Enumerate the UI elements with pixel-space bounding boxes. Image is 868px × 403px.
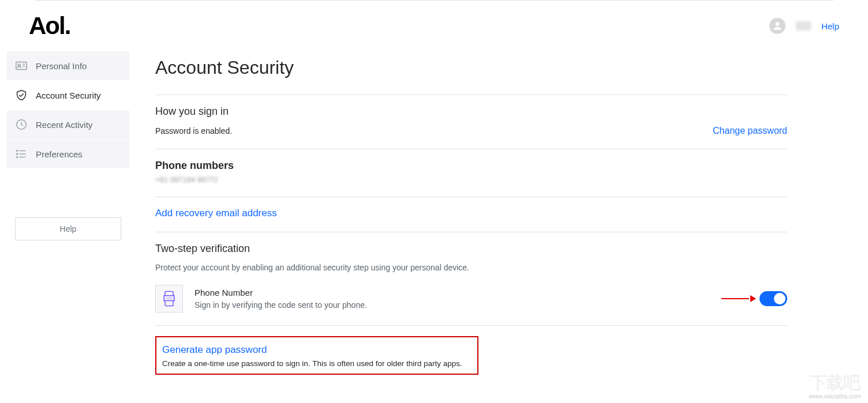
sidebar: Personal Info Account Security Recent Ac… — [7, 51, 129, 387]
sidebar-item-account-security[interactable]: Account Security — [7, 81, 129, 110]
two-step-description: Protect your account by enabling an addi… — [155, 263, 787, 272]
generate-app-password-desc: Create a one-time use password to sign i… — [162, 359, 472, 368]
sidebar-item-preferences[interactable]: Preferences — [7, 140, 129, 168]
two-step-method-info: Phone Number Sign in by verifying the co… — [194, 288, 710, 310]
svg-rect-1 — [16, 62, 27, 70]
sidebar-item-label: Account Security — [36, 91, 101, 100]
section-how-you-sign-in: How you sign in Password is enabled. Cha… — [155, 95, 787, 149]
clock-icon — [15, 118, 28, 131]
shield-icon — [15, 89, 28, 101]
two-step-method-label: Phone Number — [194, 288, 710, 297]
avatar[interactable] — [769, 18, 785, 34]
generate-app-password-link[interactable]: Generate app password — [162, 344, 472, 356]
password-status: Password is enabled. — [155, 126, 232, 135]
section-generate-app-password: Generate app password Create a one-time … — [155, 325, 787, 387]
svg-point-17 — [171, 297, 172, 298]
list-icon — [15, 148, 28, 160]
two-step-toggle[interactable] — [760, 291, 787, 306]
svg-point-16 — [170, 297, 170, 298]
svg-point-0 — [776, 22, 780, 26]
sidebar-item-label: Preferences — [36, 149, 83, 159]
sidebar-item-personal-info[interactable]: Personal Info — [7, 51, 129, 80]
svg-point-11 — [17, 157, 18, 158]
change-password-link[interactable]: Change password — [713, 126, 787, 136]
section-title: Phone numbers — [155, 160, 787, 172]
section-title: Two-step verification — [155, 243, 787, 255]
phone-verification-icon — [155, 285, 183, 312]
add-recovery-email-link[interactable]: Add recovery email address — [155, 208, 277, 219]
sidebar-item-label: Recent Activity — [36, 120, 92, 130]
header-right: Help — [769, 18, 839, 34]
help-link[interactable]: Help — [821, 21, 839, 31]
page-title: Account Security — [155, 57, 787, 78]
section-title: How you sign in — [155, 106, 787, 118]
section-recovery-email: Add recovery email address — [155, 197, 787, 232]
annotation-arrow — [721, 295, 756, 303]
svg-rect-13 — [164, 296, 174, 301]
sidebar-help-button[interactable]: Help — [15, 217, 121, 240]
main-content: Account Security How you sign in Passwor… — [129, 51, 787, 387]
username-blurred — [796, 21, 811, 31]
svg-point-15 — [168, 297, 169, 298]
highlight-annotation-box: Generate app password Create a one-time … — [155, 336, 478, 375]
svg-point-10 — [17, 153, 18, 155]
section-phone-numbers: Phone numbers +91 097184 98772 — [155, 149, 787, 197]
watermark-url: www.xiazaiba.com — [809, 393, 861, 400]
header: Aol. Help — [0, 1, 868, 51]
two-step-method-desc: Sign in by verifying the code sent to yo… — [194, 300, 710, 310]
sidebar-item-label: Personal Info — [36, 61, 87, 71]
svg-point-14 — [167, 297, 167, 298]
sidebar-item-recent-activity[interactable]: Recent Activity — [7, 110, 129, 139]
phone-number-blurred: +91 097184 98772 — [155, 175, 787, 184]
section-two-step-verification: Two-step verification Protect your accou… — [155, 232, 787, 325]
id-card-icon — [15, 59, 28, 72]
svg-point-9 — [17, 150, 18, 152]
aol-logo: Aol. — [29, 12, 70, 40]
svg-point-2 — [18, 64, 21, 66]
